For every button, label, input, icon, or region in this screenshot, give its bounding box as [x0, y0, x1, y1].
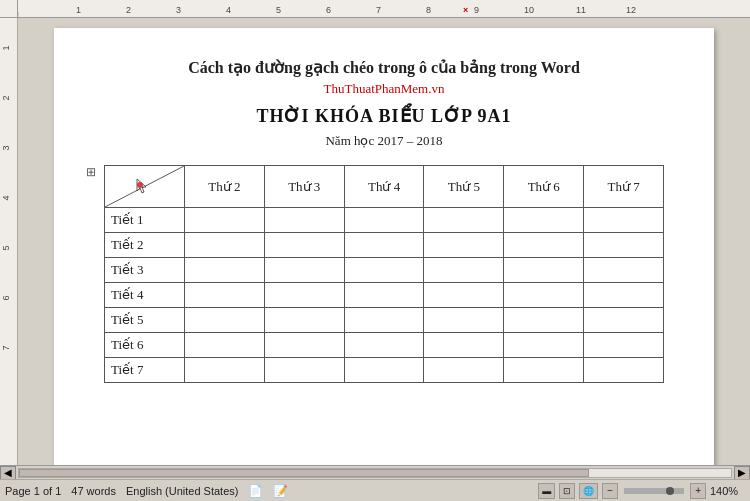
cell — [584, 258, 664, 283]
zoom-thumb — [666, 487, 674, 495]
cell — [264, 358, 344, 383]
cell — [504, 308, 584, 333]
svg-text:10: 10 — [524, 5, 534, 15]
tiet-label: Tiết 1 — [105, 208, 185, 233]
svg-text:12: 12 — [626, 5, 636, 15]
svg-text:6: 6 — [326, 5, 331, 15]
diagonal-header-cell — [105, 166, 185, 208]
schedule-table: Thứ 2 Thứ 3 Thứ 4 Thứ 5 Thứ 6 Thứ 7 Tiết… — [104, 165, 664, 383]
cell — [504, 358, 584, 383]
cell — [424, 208, 504, 233]
full-screen-btn[interactable]: ⊡ — [559, 483, 575, 499]
svg-text:9: 9 — [474, 5, 479, 15]
page-container[interactable]: Cách tạo đường gạch chéo trong ô của bản… — [18, 18, 750, 465]
language: English (United States) — [126, 485, 239, 497]
horizontal-scrollbar[interactable]: ◀ ▶ — [0, 465, 750, 479]
svg-text:1: 1 — [1, 45, 11, 50]
col-thu2: Thứ 2 — [185, 166, 265, 208]
cell — [185, 208, 265, 233]
cell — [504, 233, 584, 258]
document-icon: 📄 — [248, 484, 263, 498]
cell — [584, 333, 664, 358]
cell — [504, 208, 584, 233]
cell — [504, 333, 584, 358]
tiet-label: Tiết 5 — [105, 308, 185, 333]
tiet-label: Tiết 2 — [105, 233, 185, 258]
cell — [264, 258, 344, 283]
cell — [344, 258, 424, 283]
cell — [344, 308, 424, 333]
left-ruler: 1 2 3 4 5 6 7 — [0, 18, 18, 465]
svg-text:×: × — [463, 5, 468, 15]
table-row: Tiết 3 — [105, 258, 664, 283]
tiet-label: Tiết 7 — [105, 358, 185, 383]
svg-text:3: 3 — [176, 5, 181, 15]
col-thu5: Thứ 5 — [424, 166, 504, 208]
zoom-slider[interactable] — [624, 488, 684, 494]
ruler-marks-area: 1 2 3 4 5 6 7 8 × 9 10 11 12 — [18, 0, 750, 17]
cell — [424, 358, 504, 383]
cell — [584, 358, 664, 383]
col-thu7: Thứ 7 — [584, 166, 664, 208]
cell — [584, 208, 664, 233]
cell — [185, 233, 265, 258]
svg-text:2: 2 — [1, 95, 11, 100]
svg-text:8: 8 — [426, 5, 431, 15]
cell — [185, 258, 265, 283]
tiet-label: Tiết 4 — [105, 283, 185, 308]
cell — [185, 308, 265, 333]
track-changes-icon: 📝 — [273, 484, 288, 498]
scroll-thumb[interactable] — [19, 469, 589, 477]
col-thu4: Thứ 4 — [344, 166, 424, 208]
table-row: Tiết 5 — [105, 308, 664, 333]
scroll-track[interactable] — [18, 468, 732, 478]
document-page: Cách tạo đường gạch chéo trong ô của bản… — [54, 28, 714, 465]
page-info: Page 1 of 1 — [5, 485, 61, 497]
tiet-label: Tiết 3 — [105, 258, 185, 283]
svg-text:6: 6 — [1, 295, 11, 300]
cursor-indicator — [135, 177, 155, 197]
zoom-out-btn[interactable]: − — [602, 483, 618, 499]
table-row: Tiết 4 — [105, 283, 664, 308]
cell — [264, 308, 344, 333]
table-wrapper: ⊞ — [104, 165, 664, 383]
table-header-row: Thứ 2 Thứ 3 Thứ 4 Thứ 5 Thứ 6 Thứ 7 — [105, 166, 664, 208]
col-thu3: Thứ 3 — [264, 166, 344, 208]
scroll-right-btn[interactable]: ▶ — [734, 466, 750, 480]
cell — [344, 333, 424, 358]
table-add-icon[interactable]: ⊞ — [86, 165, 96, 180]
table-row: Tiết 6 — [105, 333, 664, 358]
cell — [424, 283, 504, 308]
page-title: Cách tạo đường gạch chéo trong ô của bản… — [104, 58, 664, 77]
svg-text:11: 11 — [576, 5, 586, 15]
status-right: ▬ ⊡ 🌐 − + 140% — [538, 483, 745, 499]
cell — [344, 233, 424, 258]
web-layout-btn[interactable]: 🌐 — [579, 483, 598, 499]
cell — [424, 258, 504, 283]
svg-text:7: 7 — [376, 5, 381, 15]
cell — [424, 333, 504, 358]
status-left: Page 1 of 1 47 words English (United Sta… — [5, 484, 538, 498]
svg-point-23 — [137, 182, 143, 188]
zoom-level: 140% — [710, 485, 745, 497]
svg-text:5: 5 — [1, 245, 11, 250]
cell — [504, 283, 584, 308]
cell — [264, 233, 344, 258]
svg-text:5: 5 — [276, 5, 281, 15]
word-count: 47 words — [71, 485, 116, 497]
cell — [504, 258, 584, 283]
svg-text:4: 4 — [226, 5, 231, 15]
print-layout-btn[interactable]: ▬ — [538, 483, 555, 499]
cell — [185, 358, 265, 383]
svg-text:4: 4 — [1, 195, 11, 200]
cell — [344, 208, 424, 233]
svg-text:2: 2 — [126, 5, 131, 15]
scroll-left-btn[interactable]: ◀ — [0, 466, 16, 480]
zoom-in-btn[interactable]: + — [690, 483, 706, 499]
tiet-label: Tiết 6 — [105, 333, 185, 358]
subtitle-link: ThuThuatPhanMem.vn — [104, 81, 664, 97]
cell — [185, 333, 265, 358]
cell — [424, 233, 504, 258]
cell — [264, 208, 344, 233]
cell — [185, 283, 265, 308]
